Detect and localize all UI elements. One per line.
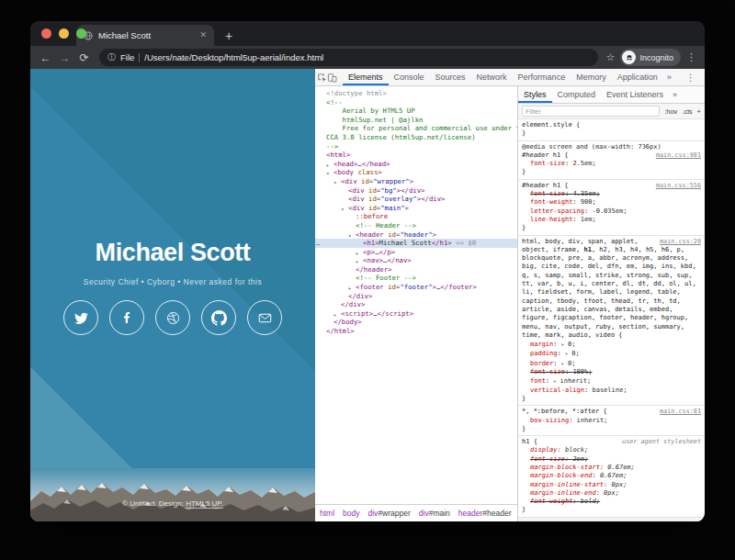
dom-tree-row[interactable]: </div> xyxy=(315,300,517,309)
dom-tree-row[interactable]: html5up.net | @ajlkn xyxy=(315,116,517,125)
reload-icon[interactable]: ⟳ xyxy=(77,52,91,63)
css-declaration[interactable]: margin-block-start: 0.67em; xyxy=(522,464,701,472)
dom-tree-row[interactable]: ▸<footer id="footer">…</footer> xyxy=(315,283,517,292)
stylesheet-source-link[interactable]: main.css:20 xyxy=(660,238,701,246)
browser-tab[interactable]: Michael Scott ✕ xyxy=(76,25,214,46)
css-declaration[interactable]: font-weight: bold; xyxy=(522,498,701,506)
dom-tree-row[interactable]: <div id="bg"></div> xyxy=(315,186,517,196)
dom-tree-row[interactable]: ▸<p>…</p> xyxy=(315,248,517,257)
page-info-icon[interactable]: ⓘ xyxy=(107,53,116,62)
css-declaration[interactable]: margin-inline-start: 0px; xyxy=(522,481,701,489)
css-selector-line[interactable]: main.css:556#header h1 { xyxy=(522,182,701,190)
dom-tree-row[interactable]: <!-- Footer --> xyxy=(315,274,517,283)
stylesheet-source-link[interactable]: main.css:981 xyxy=(656,151,701,160)
social-github-link[interactable] xyxy=(201,300,236,335)
devtools-close-icon[interactable]: ✕ xyxy=(700,73,705,83)
dom-tree-row[interactable]: ▾<div id="main"> xyxy=(315,204,517,213)
css-declaration[interactable]: font: ▸ inherit; xyxy=(522,376,701,386)
css-selector-line[interactable]: main.css:81*, *:before, *:after { xyxy=(522,408,701,416)
dom-tree-row[interactable]: <div id="overlay"></div> xyxy=(315,195,517,204)
devtools-menu-icon[interactable]: ⋮ xyxy=(682,73,700,83)
devtools-tab-performance[interactable]: Performance xyxy=(513,69,571,85)
css-declaration[interactable]: padding: ▸ 0; xyxy=(522,349,701,358)
dom-tree-row[interactable]: </body> xyxy=(315,318,517,327)
css-selector-line[interactable]: user agent stylesheeth1 { xyxy=(522,438,701,446)
tab-close-icon[interactable]: ✕ xyxy=(199,31,207,39)
devtools-tab-sources[interactable]: Sources xyxy=(430,69,471,85)
css-declaration[interactable]: margin-inline-end: 0px; xyxy=(522,489,701,498)
stylesheet-source-link[interactable]: main.css:81 xyxy=(660,408,701,416)
expand-shorthand-icon[interactable]: ▸ xyxy=(553,377,560,384)
css-declaration[interactable]: line-height: 1em; xyxy=(522,216,701,224)
devtools-tab-network[interactable]: Network xyxy=(471,69,513,85)
devtools-tab-memory[interactable]: Memory xyxy=(571,69,612,85)
devtools-tab-elements[interactable]: Elements xyxy=(343,69,389,85)
dom-tree-row[interactable]: ▸<nav>…</nav> xyxy=(315,256,517,265)
css-declaration[interactable]: border: ▸ 0; xyxy=(522,359,701,368)
css-declaration[interactable]: font-weight: 900; xyxy=(522,198,701,207)
dom-tree-row[interactable]: </header> xyxy=(315,265,517,274)
dom-tree-row[interactable]: CCA 3.0 license (html5up.net/license) xyxy=(315,133,517,142)
dom-tree-row[interactable]: <html> xyxy=(315,151,517,160)
dom-tree-row[interactable]: …<h1>Michael Scott</h1> == $0 xyxy=(315,239,517,248)
dom-tree-row[interactable]: Aerial by HTML5 UP xyxy=(315,106,517,116)
sidebar-tab-computed[interactable]: Computed xyxy=(552,86,602,103)
styles-filter-input[interactable]: Filter xyxy=(522,106,660,117)
dom-tree-row[interactable]: <!-- xyxy=(315,98,517,107)
social-facebook-link[interactable] xyxy=(109,300,144,335)
css-declaration[interactable]: font-size: 100%; xyxy=(522,368,701,376)
css-selector-line[interactable]: element.style { xyxy=(522,121,701,129)
device-toolbar-icon[interactable] xyxy=(327,69,337,85)
devtools-tab-console[interactable]: Console xyxy=(389,69,430,85)
breadcrumb-div-main[interactable]: div#main xyxy=(419,509,450,518)
dom-tree-row[interactable]: ▸<script>…</script> xyxy=(315,309,517,319)
css-selector-line[interactable]: main.css:20html, body, div, span, applet… xyxy=(522,238,701,341)
inspect-element-icon[interactable] xyxy=(317,69,327,85)
breadcrumb-body[interactable]: body xyxy=(343,509,359,518)
dom-tree-row[interactable]: ▾<body class> xyxy=(315,168,517,177)
close-window-button[interactable] xyxy=(41,28,51,39)
dom-tree-row[interactable]: Free for personal and commercial use und… xyxy=(315,124,517,133)
dom-tree-row[interactable]: ::before xyxy=(315,212,517,221)
css-declaration[interactable]: font-size: 2.5em; xyxy=(522,160,701,168)
forward-icon[interactable]: → xyxy=(58,52,72,63)
css-declaration[interactable]: margin: ▸ 0; xyxy=(522,340,701,349)
dom-tree-row[interactable]: </html> xyxy=(315,327,517,336)
css-declaration[interactable]: font-size: 2em; xyxy=(522,455,701,464)
new-tab-button[interactable]: + xyxy=(218,25,240,46)
dom-tree-row[interactable]: ▾<div id="wrapper"> xyxy=(315,177,517,186)
dom-tree-row[interactable]: <!doctype html> xyxy=(315,89,517,98)
breadcrumb-div-wrapper[interactable]: div#wrapper xyxy=(368,509,411,518)
dom-tree-row[interactable]: ▸<head>…</head> xyxy=(315,160,517,169)
devtools-tab-application[interactable]: Application xyxy=(612,69,663,85)
sidebar-tab-styles[interactable]: Styles xyxy=(518,86,552,103)
css-declaration[interactable]: box-sizing: inherit; xyxy=(522,417,701,425)
sidebar-more-tabs-icon[interactable]: » xyxy=(669,86,681,103)
css-declaration[interactable]: letter-spacing: -0.035em; xyxy=(522,207,701,216)
pseudo-state-toggle[interactable]: :hov xyxy=(664,107,677,116)
css-declaration[interactable]: display: block; xyxy=(522,446,701,454)
breadcrumb-header-header[interactable]: header#header xyxy=(458,509,512,518)
dom-tree-row[interactable]: ▾<header id="header"> xyxy=(315,230,517,240)
social-email-link[interactable] xyxy=(247,300,282,335)
css-declaration[interactable]: font-size: 4.35em; xyxy=(522,190,701,198)
back-icon[interactable]: ← xyxy=(39,52,52,63)
social-dribbble-link[interactable] xyxy=(155,300,190,335)
dom-tree-row[interactable]: --> xyxy=(315,142,517,151)
social-twitter-link[interactable] xyxy=(63,300,98,335)
css-declaration[interactable]: vertical-align: baseline; xyxy=(522,386,701,395)
css-declaration[interactable]: margin-block-end: 0.67em; xyxy=(522,472,701,480)
breadcrumb-html[interactable]: html xyxy=(320,509,334,518)
css-selector-line[interactable]: main.css:981#header h1 { xyxy=(522,151,701,160)
browser-menu-icon[interactable]: ⋮ xyxy=(686,51,696,63)
zoom-window-button[interactable] xyxy=(76,28,86,39)
html5up-link[interactable]: HTML5 UP. xyxy=(186,499,223,509)
more-tabs-icon[interactable]: » xyxy=(663,69,675,85)
expand-shorthand-icon[interactable]: ▸ xyxy=(561,360,568,366)
expand-shorthand-icon[interactable]: ▸ xyxy=(561,341,568,347)
new-style-rule-button[interactable]: + xyxy=(697,107,701,116)
minimize-window-button[interactable] xyxy=(59,28,69,39)
dom-tree-row[interactable]: <!-- Header --> xyxy=(315,221,517,230)
address-bar[interactable]: ⓘ File /Users/nate/Desktop/html5up-aeria… xyxy=(99,49,598,66)
bookmark-star-icon[interactable]: ☆ xyxy=(606,51,616,63)
